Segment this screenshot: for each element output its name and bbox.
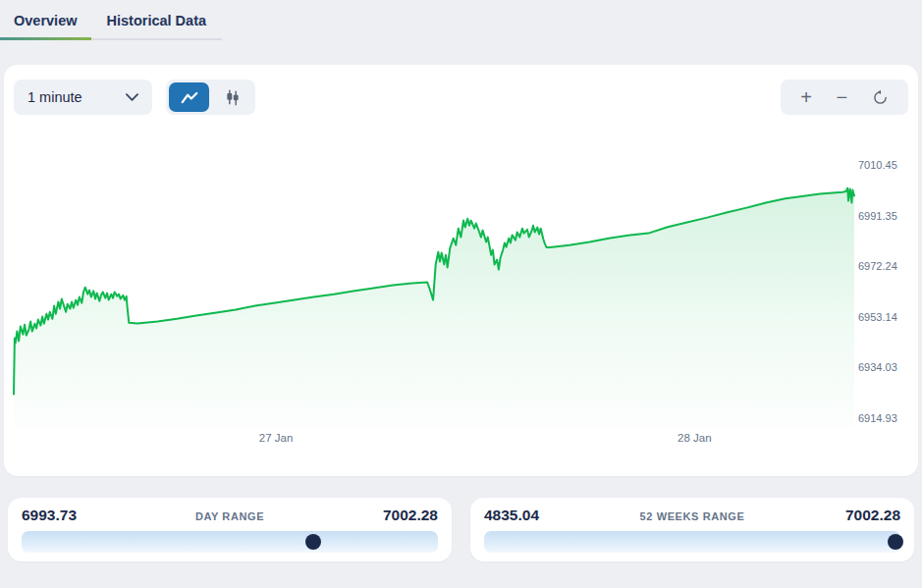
day-range-high: 7002.28: [383, 507, 438, 524]
zoom-out-button[interactable]: −: [832, 87, 851, 107]
interval-select[interactable]: 1 minute: [14, 80, 152, 115]
chart-card: 1 minute: [4, 65, 918, 476]
52-weeks-range-marker: [888, 534, 903, 550]
tab-bar: Overview Historical Data: [0, 8, 222, 40]
x-axis-label: 28 Jan: [678, 432, 712, 444]
y-axis-label: 6934.03: [858, 361, 897, 373]
52-weeks-range-card: 4835.04 52 WEEKS RANGE 7002.28: [470, 498, 914, 561]
x-axis: 27 Jan28 Jan: [14, 432, 854, 448]
day-range-label: DAY RANGE: [195, 510, 264, 522]
day-range-marker: [305, 534, 321, 550]
tab-overview-label: Overview: [14, 13, 78, 28]
line-chart-button[interactable]: [169, 82, 209, 112]
candlestick-icon: [223, 87, 243, 107]
y-axis: 7010.456991.356972.246953.146934.036914.…: [854, 165, 915, 427]
52-weeks-range-track: [484, 531, 900, 553]
chart-type-toggle: [166, 80, 255, 115]
day-range-low: 6993.73: [22, 507, 77, 524]
day-range-track: [22, 531, 438, 553]
52-weeks-range-high: 7002.28: [845, 507, 900, 524]
range-cards: 6993.73 DAY RANGE 7002.28 4835.04 52 WEE…: [8, 498, 914, 561]
price-chart[interactable]: [14, 165, 854, 427]
tab-historical-data-label: Historical Data: [107, 13, 207, 28]
area-fill: [14, 188, 854, 427]
tab-overview[interactable]: Overview: [0, 8, 91, 38]
y-axis-label: 6914.93: [858, 412, 897, 424]
zoom-in-button[interactable]: +: [796, 87, 816, 107]
chevron-down-icon: [126, 93, 138, 101]
y-axis-label: 6953.14: [858, 311, 897, 323]
tab-historical-data[interactable]: Historical Data: [91, 8, 223, 38]
y-axis-label: 7010.45: [858, 159, 897, 171]
y-axis-label: 6972.24: [858, 260, 897, 272]
reset-zoom-button[interactable]: [868, 89, 893, 106]
x-axis-label: 27 Jan: [259, 432, 294, 444]
reset-icon: [872, 89, 889, 106]
interval-select-value: 1 minute: [27, 89, 82, 105]
52-weeks-range-low: 4835.04: [484, 507, 539, 524]
zoom-controls: + −: [781, 80, 908, 115]
stock-overview-page: Overview Historical Data 1 minute: [0, 0, 922, 588]
candlestick-chart-button[interactable]: [212, 82, 252, 112]
52-weeks-range-label: 52 WEEKS RANGE: [640, 510, 745, 522]
day-range-card: 6993.73 DAY RANGE 7002.28: [8, 498, 452, 561]
line-chart-icon: [180, 90, 199, 105]
y-axis-label: 6991.35: [858, 210, 897, 222]
